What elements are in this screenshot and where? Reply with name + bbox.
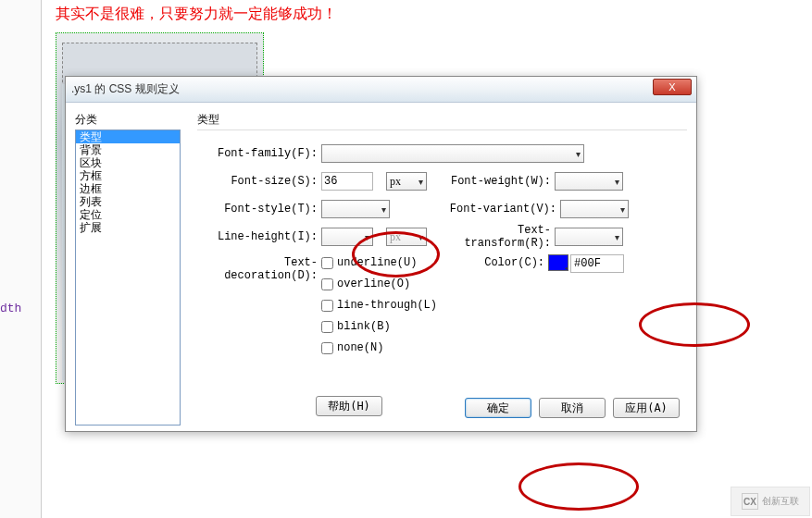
blink-checkbox[interactable] [321, 321, 333, 333]
font-variant-select[interactable] [560, 200, 629, 218]
label-font-family: Font-family(F): [203, 147, 321, 160]
category-item-box[interactable]: 方框 [76, 169, 180, 182]
watermark-text: 创新互联 [762, 495, 799, 508]
label-line-height: Line-height(I): [203, 230, 321, 243]
category-list[interactable]: 类型 背景 区块 方框 边框 列表 定位 扩展 [75, 130, 181, 426]
ok-button[interactable]: 确定 [465, 398, 531, 418]
blink-label: blink(B) [337, 320, 391, 333]
category-item-type[interactable]: 类型 [76, 130, 180, 143]
font-size-input[interactable] [321, 172, 373, 191]
label-text-transform: Text-transform(R): [443, 224, 555, 250]
category-item-positioning[interactable]: 定位 [76, 208, 180, 221]
overline-checkbox[interactable] [321, 278, 333, 290]
decoration-blink[interactable]: blink(B) [321, 318, 437, 335]
label-text-decoration: Text-decoration(D): [203, 254, 321, 282]
color-input[interactable] [570, 254, 624, 273]
category-item-extensions[interactable]: 扩展 [76, 221, 180, 234]
dialog-titlebar[interactable]: .ys1 的 CSS 规则定义 X [66, 77, 696, 103]
linethrough-label: line-through(L) [337, 299, 437, 312]
underline-checkbox[interactable] [321, 257, 333, 269]
category-item-list[interactable]: 列表 [76, 195, 180, 208]
decoration-overline[interactable]: overline(O) [321, 276, 437, 292]
overline-label: overline(O) [337, 278, 410, 290]
category-heading: 分类 [75, 112, 181, 128]
close-button[interactable]: X [653, 79, 692, 95]
dialog-title: .ys1 的 CSS 规则定义 [71, 81, 180, 97]
label-font-weight: Font-weight(W): [443, 175, 555, 188]
line-height-unit-select[interactable]: px [386, 228, 427, 246]
watermark: CX 创新互联 [731, 487, 810, 516]
text-transform-select[interactable] [555, 228, 623, 246]
font-style-select[interactable] [321, 200, 390, 218]
category-item-background[interactable]: 背景 [76, 143, 180, 156]
label-font-size: Font-size(S): [203, 175, 321, 188]
cancel-button[interactable]: 取消 [539, 398, 606, 418]
linethrough-checkbox[interactable] [321, 300, 333, 312]
underline-label: underline(U) [337, 256, 417, 269]
annotation-ellipse-ok [518, 462, 639, 511]
font-size-unit-select[interactable]: px [386, 172, 427, 191]
watermark-logo-icon: CX [742, 493, 758, 510]
page-banner-text: 其实不是很难，只要努力就一定能够成功！ [56, 5, 337, 24]
decoration-underline[interactable]: underline(U) [321, 254, 437, 271]
font-family-select[interactable] [321, 144, 584, 163]
help-button[interactable]: 帮助(H) [316, 396, 382, 416]
none-label: none(N) [337, 341, 383, 354]
color-swatch[interactable] [548, 254, 568, 271]
decoration-none[interactable]: none(N) [321, 339, 437, 356]
apply-button[interactable]: 应用(A) [613, 398, 680, 418]
none-checkbox[interactable] [321, 342, 333, 354]
form-heading: 类型 [197, 112, 687, 128]
category-item-block[interactable]: 区块 [76, 156, 180, 169]
decoration-linethrough[interactable]: line-through(L) [321, 297, 437, 314]
line-height-input[interactable] [321, 228, 373, 246]
page-gutter [0, 0, 42, 518]
font-weight-select[interactable] [555, 172, 623, 191]
category-item-border[interactable]: 边框 [76, 182, 180, 195]
css-rule-dialog: .ys1 的 CSS 规则定义 X 分类 类型 背景 区块 方框 边框 列表 定… [65, 76, 697, 432]
label-font-style: Font-style(T): [203, 203, 321, 216]
label-color: Color(C): [454, 254, 548, 269]
label-font-variant: Font-variant(V): [449, 203, 560, 216]
side-code-label: dth [0, 302, 21, 315]
